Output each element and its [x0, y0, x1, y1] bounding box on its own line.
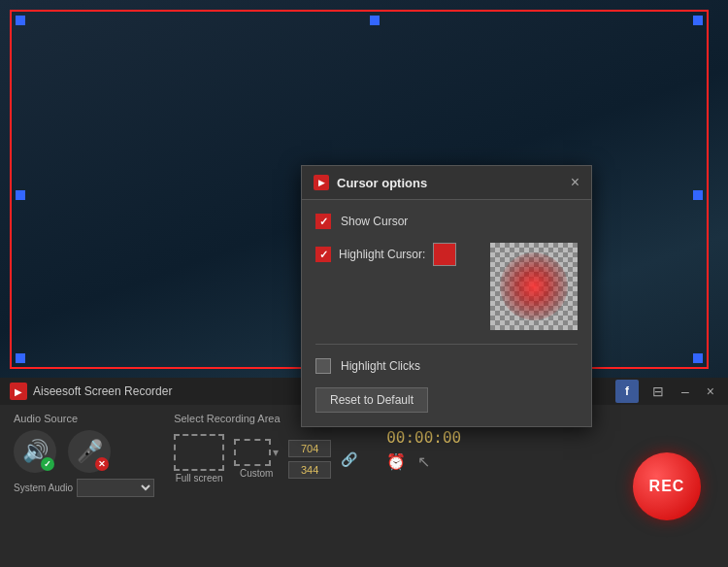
show-cursor-checkbox[interactable]: ✓ [315, 214, 331, 229]
mic-wrap: 🎤 ✕ [68, 430, 111, 473]
highlight-clicks-row: Highlight Clicks [315, 358, 578, 374]
system-audio-icon[interactable]: 🔊 ✓ [14, 430, 56, 473]
handle-bot-left[interactable] [16, 353, 25, 363]
reset-to-default-button[interactable]: Reset to Default [315, 387, 428, 413]
duration-time: 00:00:00 [386, 428, 461, 447]
width-input[interactable] [288, 440, 331, 457]
dialog-close-button[interactable]: × [571, 174, 579, 191]
highlight-cursor-checkbox[interactable]: ✓ [315, 247, 331, 262]
show-cursor-label: Show Cursor [341, 215, 408, 228]
audio-source-label: Audio Source [14, 413, 78, 424]
mic-icon[interactable]: 🎤 ✕ [68, 430, 111, 473]
custom-area-wrap: ▾ Custom [234, 439, 279, 479]
alarm-icon[interactable]: ⏰ [386, 452, 406, 471]
audio-source-section: Audio Source 🔊 ✓ 🎤 ✕ Sy [14, 413, 154, 497]
cursor-glow [500, 252, 568, 320]
app-title: Aiseesoft Screen Recorder [33, 384, 172, 398]
cursor-icon[interactable]: ↖ [417, 452, 430, 471]
handle-mid-left[interactable] [16, 190, 25, 200]
close-button[interactable]: × [703, 382, 718, 401]
rec-label: REC [649, 478, 685, 495]
highlight-color-swatch[interactable] [433, 243, 456, 266]
custom-area-label: Custom [240, 468, 273, 479]
highlight-cursor-label: Highlight Cursor: [339, 248, 425, 261]
link-dimensions-icon[interactable]: 🔗 [341, 451, 357, 467]
full-screen-label: Full screen [176, 473, 223, 484]
recording-row: Full screen ▾ Custom 🔗 [174, 434, 357, 484]
audio-source-dropdown[interactable] [77, 479, 154, 497]
mic-badge: ✕ [95, 457, 109, 471]
handle-mid-right[interactable] [693, 190, 703, 200]
full-screen-wrap: Full screen [174, 434, 224, 484]
taskbar-right-icons: f ⊟ – × [615, 380, 718, 403]
highlight-clicks-label: Highlight Clicks [341, 359, 420, 373]
handle-top-right[interactable] [693, 16, 703, 25]
rec-button[interactable]: REC [633, 452, 701, 520]
audio-icons: 🔊 ✓ 🎤 ✕ [14, 430, 111, 473]
checkmark2-icon: ✓ [319, 249, 328, 261]
system-audio-text: System Audio [14, 483, 73, 493]
show-cursor-row: ✓ Show Cursor [315, 214, 578, 229]
dialog-body: ✓ Show Cursor ✓ Highlight Cursor: [302, 200, 591, 426]
facebook-icon[interactable]: f [615, 380, 639, 403]
highlight-clicks-checkbox[interactable] [315, 358, 331, 374]
dialog-divider [315, 344, 578, 345]
dialog-title-icon: ▶ [314, 175, 329, 190]
full-screen-thumb[interactable] [174, 434, 224, 471]
custom-area-thumb[interactable] [234, 439, 271, 466]
height-input[interactable] [288, 461, 331, 479]
cursor-preview [490, 243, 578, 330]
handle-top-center[interactable] [370, 16, 380, 25]
system-audio-wrap: 🔊 ✓ [14, 430, 56, 473]
checkmark-icon: ✓ [319, 216, 328, 228]
taskbar-content: Audio Source 🔊 ✓ 🎤 ✕ Sy [0, 405, 728, 567]
highlight-cursor-row: ✓ Highlight Cursor: [315, 243, 480, 266]
dialog-title-text: Cursor options [337, 176, 427, 190]
handle-bot-right[interactable] [693, 353, 703, 363]
handle-top-left[interactable] [16, 16, 25, 25]
minimize-button[interactable]: – [678, 382, 693, 401]
app-icon: ▶ [10, 383, 27, 400]
bottom-icons: ⏰ ↖ [386, 452, 430, 471]
taskbar-title-left: ▶ Aiseesoft Screen Recorder [10, 383, 172, 400]
dimensions-group [288, 440, 331, 479]
system-audio-badge: ✓ [41, 457, 54, 471]
monitor-button[interactable]: ⊟ [648, 382, 668, 401]
custom-dropdown-arrow[interactable]: ▾ [273, 446, 279, 459]
dialog-titlebar: ▶ Cursor options × [302, 166, 591, 200]
dialog-title-left: ▶ Cursor options [314, 175, 427, 190]
cursor-options-dialog: ▶ Cursor options × ✓ Show Cursor ✓ Highl… [301, 165, 592, 427]
